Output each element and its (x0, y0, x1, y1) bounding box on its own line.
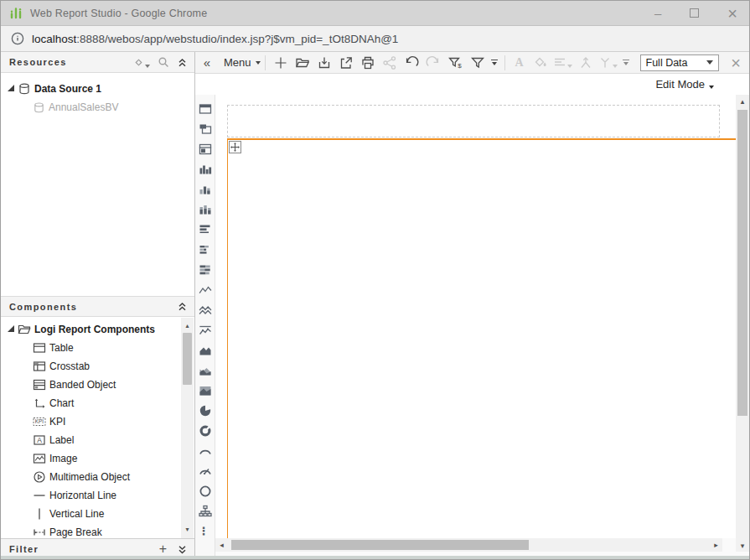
component-label: Image (49, 453, 77, 464)
scroll-up-icon[interactable]: ▴ (181, 319, 194, 331)
component-label: Table (49, 342, 74, 354)
palette-circle-chart-icon[interactable] (197, 481, 214, 501)
collapse-resources-icon[interactable] (177, 57, 188, 68)
printer-icon (360, 55, 375, 70)
export-icon (339, 55, 354, 70)
minimize-icon[interactable]: – (654, 7, 661, 19)
palette-multi-line-chart-icon[interactable] (197, 300, 214, 320)
page-header-placeholder[interactable] (227, 105, 720, 137)
component-item-image[interactable]: Image (33, 449, 77, 468)
palette-line-marker-chart-icon[interactable] (197, 320, 214, 340)
palette-more-components-icon[interactable]: ⋮ (197, 521, 214, 542)
add-filter-icon[interactable]: + (159, 542, 167, 556)
palette-gauge-chart-icon[interactable] (197, 461, 214, 481)
scrollbar-thumb[interactable] (183, 333, 192, 385)
save-button[interactable] (313, 53, 335, 73)
new-report-button[interactable] (270, 53, 292, 73)
palette-arc-chart-icon[interactable] (197, 441, 214, 461)
canvas-horizontal-scrollbar[interactable]: ◂ ▸ (215, 538, 722, 552)
maximize-icon[interactable] (690, 8, 699, 18)
band-move-handle[interactable] (229, 141, 241, 153)
close-report-icon[interactable]: × (731, 52, 741, 74)
selected-band-top-border (227, 138, 737, 140)
url-text[interactable]: localhost:8888/webos/app/webstudio/index… (32, 33, 398, 45)
report-design-canvas[interactable] (215, 95, 737, 538)
palette-area-chart-mixed-icon[interactable] (197, 360, 214, 381)
palette-stacked-bar-chart-icon[interactable] (197, 260, 214, 280)
folder-icon (295, 55, 310, 70)
component-item-label[interactable]: A Label (33, 431, 74, 449)
more-tools-icon[interactable] (489, 53, 500, 73)
expanded-caret-icon[interactable] (8, 85, 14, 91)
chart-icon (33, 397, 46, 410)
scroll-right-icon[interactable]: ▸ (710, 538, 722, 552)
page-info-icon[interactable] (11, 32, 24, 45)
palette-donut-chart-icon[interactable] (197, 421, 214, 441)
caret-down-icon (256, 61, 261, 65)
label-icon: A (33, 433, 46, 447)
filter-button[interactable] (467, 53, 489, 73)
canvas-vertical-scrollbar[interactable]: ▴ ▾ (736, 95, 749, 552)
palette-crosstab-icon[interactable] (197, 119, 214, 139)
export-button[interactable] (335, 53, 357, 73)
open-button[interactable] (292, 53, 313, 73)
search-icon[interactable] (158, 56, 169, 68)
palette-bar-chart-icon[interactable] (197, 220, 214, 240)
component-item-banded-object[interactable]: Banded Object (33, 376, 116, 394)
scroll-left-icon[interactable]: ◂ (215, 538, 228, 552)
component-item-kpi[interactable]: KPI KPI (33, 412, 65, 431)
scroll-up-icon[interactable]: ▴ (736, 95, 749, 107)
share-icon (382, 55, 397, 70)
svg-text:$: $ (458, 62, 462, 70)
expand-filter-icon[interactable] (177, 544, 188, 555)
palette-line-chart-icon[interactable] (197, 280, 214, 300)
data-source-label: Data Source 1 (34, 83, 101, 95)
component-item-horizontal-line[interactable]: Horizontal Line (33, 486, 116, 505)
palette-banded-object-icon[interactable] (197, 139, 214, 159)
filter-data-button[interactable]: $ (444, 53, 467, 73)
palette-org-chart-icon[interactable] (197, 501, 214, 521)
edit-mode-button[interactable]: Edit Mode (655, 78, 714, 91)
scroll-down-icon[interactable]: ▾ (736, 539, 749, 552)
collapse-components-icon[interactable] (177, 301, 188, 312)
caret-down-icon (709, 86, 714, 89)
more-format-icon[interactable] (620, 53, 632, 73)
collapse-toolbar-icon[interactable]: « (197, 53, 217, 73)
palette-bar-chart-mixed-icon[interactable] (197, 240, 214, 260)
palette-stacked-column-chart-icon[interactable] (197, 200, 214, 220)
component-item-vertical-line[interactable]: Vertical Line (33, 505, 104, 523)
components-scrollbar[interactable]: ▴ ▾ (181, 318, 194, 538)
menu-label: Menu (224, 56, 251, 69)
main-area: « Menu (195, 52, 749, 559)
svg-text:KPI: KPI (35, 418, 44, 424)
share-button (379, 53, 401, 73)
address-bar[interactable]: localhost:8888/webos/app/webstudio/index… (1, 26, 749, 52)
component-item-multimedia-object[interactable]: Multimedia Object (33, 468, 130, 486)
tree-node-business-view[interactable]: AnnualSalesBV (33, 98, 118, 117)
palette-stacked-area-chart-icon[interactable] (197, 381, 214, 401)
component-item-table[interactable]: Table (33, 339, 74, 357)
data-source-icon (18, 82, 31, 96)
palette-pie-chart-icon[interactable] (197, 401, 214, 421)
component-item-crosstab[interactable]: Crosstab (33, 357, 90, 376)
close-window-icon[interactable]: × (727, 5, 737, 22)
palette-area-chart-icon[interactable] (197, 340, 214, 360)
components-panel-header: Components (1, 296, 194, 317)
scrollbar-thumb[interactable] (231, 540, 529, 550)
data-mode-select[interactable]: Full Data (640, 54, 719, 71)
tree-node-components-root[interactable]: Logi Report Components (8, 320, 155, 339)
tree-node-data-source[interactable]: Data Source 1 (8, 80, 101, 98)
component-item-page-break[interactable]: Page Break (33, 523, 102, 538)
palette-table-icon[interactable] (197, 99, 214, 119)
expanded-caret-icon[interactable] (8, 325, 14, 332)
palette-column-chart-mixed-icon[interactable] (197, 179, 214, 200)
scrollbar-thumb[interactable] (737, 110, 747, 416)
component-item-chart[interactable]: Chart (33, 394, 74, 412)
undo-button[interactable] (401, 53, 422, 73)
palette-column-chart-icon[interactable] (197, 159, 214, 179)
image-icon (33, 452, 46, 465)
view-options-icon[interactable] (133, 57, 150, 68)
scroll-down-icon[interactable]: ▾ (181, 523, 194, 535)
menu-button[interactable]: Menu (217, 53, 261, 73)
print-button[interactable] (357, 53, 379, 73)
